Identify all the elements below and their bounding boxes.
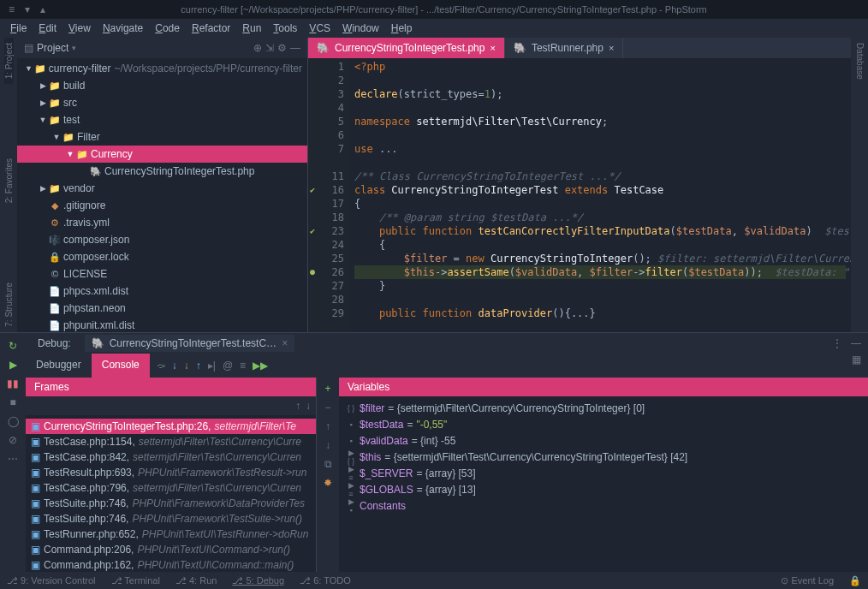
menu-navigate[interactable]: Navigate [98, 21, 148, 36]
mute-breakpoints-icon[interactable]: ⊘ [9, 434, 17, 446]
tool-favorites[interactable]: 2: Favorites [4, 153, 14, 208]
tree-row[interactable]: ◆.gitignore [17, 197, 307, 214]
hide-icon[interactable]: — [290, 42, 300, 54]
menu-window[interactable]: Window [337, 21, 384, 36]
editor-tab[interactable]: 🐘TestRunner.php× [505, 38, 624, 58]
minimize-icon[interactable]: ▾ [25, 3, 30, 15]
tree-row[interactable]: ©LICENSE [17, 265, 307, 283]
close-icon[interactable]: × [609, 43, 614, 53]
tree-row[interactable]: ▼📁Currency [17, 146, 307, 163]
tree-row[interactable]: 🔒composer.lock [17, 248, 307, 265]
close-icon[interactable]: × [282, 337, 288, 349]
editor-tab[interactable]: 🐘CurrencyStringToIntegerTest.php× [308, 38, 505, 58]
debug-run-tab[interactable]: 🐘 CurrencyStringToIntegerTest.testC… × [85, 335, 294, 352]
watch-icon[interactable]: ≡ [240, 360, 246, 372]
resume-icon[interactable]: ▶ [9, 359, 17, 371]
stack-frame[interactable]: ▣TestSuite.php:746, PHPUnit\Framework\Da… [26, 496, 316, 511]
tool-project[interactable]: 1: Project [4, 38, 14, 84]
menu-refactor[interactable]: Refactor [187, 21, 235, 36]
status-item[interactable]: ⎇ 4: Run [175, 575, 217, 586]
lock-icon[interactable]: 🔒 [849, 575, 861, 586]
variable-row[interactable]: ▶ ▪ Constants [346, 497, 861, 514]
step-over-icon[interactable]: ⤼ [157, 360, 165, 372]
close-icon[interactable]: × [490, 43, 495, 53]
copy-watch-icon[interactable]: ⧉ [324, 458, 332, 470]
menu-vcs[interactable]: VCS [304, 21, 336, 36]
event-log[interactable]: ⊙ Event Log [781, 575, 834, 586]
menu-help[interactable]: Help [386, 21, 418, 36]
tree-row[interactable]: ▶📁vendor [17, 180, 307, 197]
prev-frame-icon[interactable]: ↑ [295, 400, 300, 412]
add-watch-icon[interactable]: + [324, 383, 330, 395]
status-item[interactable]: ⎇ 9: Version Control [7, 575, 96, 586]
evaluate-icon[interactable]: @ [223, 360, 233, 372]
view-breakpoints-icon[interactable]: ◯ [8, 415, 19, 427]
tree-row[interactable]: 🐘CurrencyStringToIntegerTest.php [17, 163, 307, 180]
run-to-cursor-icon[interactable]: ▸| [208, 360, 216, 372]
variable-row[interactable]: ▶ ≡ $_SERVER = {array} [53] [346, 465, 861, 481]
stack-frame[interactable]: ▣TestResult.php:693, PHPUnit\Framework\T… [26, 465, 316, 480]
status-item[interactable]: ⎇ 5: Debug [232, 575, 284, 586]
dropdown-icon[interactable]: ▾ [72, 44, 76, 52]
frame-icon: ▣ [31, 497, 40, 509]
tree-row[interactable]: ▶📁build [17, 77, 307, 94]
tree-row[interactable]: 📄phpunit.xml.dist [17, 317, 307, 332]
status-item[interactable]: ⎇ Terminal [111, 575, 160, 586]
debug-more-icon[interactable]: ⋮ [832, 337, 842, 349]
pause-icon[interactable]: ▮▮ [7, 378, 19, 390]
gear-icon[interactable]: ⚙ [277, 42, 287, 54]
layout-icon[interactable]: ▦ [852, 354, 868, 378]
rerun-icon[interactable]: ↻ [9, 340, 17, 352]
down-watch-icon[interactable]: ↓ [325, 439, 330, 451]
stack-frame[interactable]: ▣TestCase.php:796, settermjd\Filter\Test… [26, 480, 316, 496]
next-frame-icon[interactable]: ↓ [306, 400, 311, 412]
tree-row[interactable]: ⚙.travis.yml [17, 214, 307, 231]
variable-row[interactable]: ▶ ≡ $GLOBALS = {array} [13] [346, 481, 861, 497]
variable-row[interactable]: { } $filter = {settermjd\Filter\Currency… [346, 400, 861, 416]
tree-row[interactable]: 🎼composer.json [17, 231, 307, 248]
menu-tools[interactable]: Tools [268, 21, 302, 36]
settings-debug-icon[interactable]: ⋯ [8, 453, 18, 465]
resume2-icon[interactable]: ▶▶ [253, 360, 268, 372]
up-watch-icon[interactable]: ↑ [325, 420, 330, 432]
stack-frame[interactable]: ▣Command.php:162, PHPUnit\TextUI\Command… [26, 557, 316, 572]
stack-frame[interactable]: ▣TestSuite.php:746, PHPUnit\Framework\Te… [26, 511, 316, 527]
remove-watch-icon[interactable]: − [324, 402, 330, 413]
stop-icon[interactable]: ■ [9, 396, 15, 408]
stack-frame[interactable]: ▣TestCase.php:1154, settermjd\Filter\Tes… [26, 434, 316, 449]
tree-row[interactable]: ▼📁currency-filter~/Workspace/projects/PH… [17, 60, 307, 77]
menu-run[interactable]: Run [237, 21, 266, 36]
tool-structure[interactable]: 7: Structure [4, 277, 14, 332]
maximize-icon[interactable]: ▴ [40, 3, 45, 15]
tree-row[interactable]: ▶📁src [17, 94, 307, 111]
tree-row[interactable]: 📄phpstan.neon [17, 300, 307, 317]
step-out-icon[interactable]: ↑ [196, 360, 201, 372]
stack-frame[interactable]: ▣CurrencyStringToIntegerTest.php:26, set… [26, 419, 316, 434]
right-tool-gutter: Database [851, 38, 868, 332]
tool-database[interactable]: Database [855, 38, 865, 85]
stack-frame[interactable]: ▣Command.php:206, PHPUnit\TextUI\Command… [26, 542, 316, 557]
variable-row[interactable]: ▶ { } $this = {settermjd\Filter\Test\Cur… [346, 449, 861, 465]
collapse-icon[interactable]: ⇲ [265, 42, 274, 54]
tree-row[interactable]: 📄phpcs.xml.dist [17, 283, 307, 300]
mark-watch-icon[interactable]: ✸ [324, 477, 332, 489]
target-icon[interactable]: ⊕ [253, 42, 262, 54]
step-into-icon[interactable]: ↓ [172, 360, 177, 372]
menu-edit[interactable]: Edit [33, 21, 62, 36]
stack-frame[interactable]: ▣TestCase.php:842, settermjd\Filter\Test… [26, 449, 316, 465]
debugger-tab[interactable]: Debugger [26, 354, 92, 378]
menu-view[interactable]: View [63, 21, 96, 36]
variable-row[interactable]: ▪ $validData = {int} -55 [346, 432, 861, 449]
tree-row[interactable]: ▼📁Filter [17, 128, 307, 146]
menu-file[interactable]: File [5, 21, 32, 36]
tree-row[interactable]: ▼📁test [17, 111, 307, 128]
force-step-into-icon[interactable]: ↓ [184, 360, 189, 372]
console-tab[interactable]: Console [92, 354, 150, 378]
debug-hide-icon[interactable]: — [851, 337, 861, 349]
stack-frame[interactable]: ▣TestRunner.php:652, PHPUnit\TextUI\Test… [26, 527, 316, 542]
code-content[interactable]: <?phpdeclare(strict_types=1);namespace s… [349, 58, 851, 332]
variable-row[interactable]: ▪ $testData = "-0,55" [346, 416, 861, 432]
menu-code[interactable]: Code [150, 21, 185, 36]
status-item[interactable]: ⎇ 6: TODO [300, 575, 351, 586]
window-menu-icon[interactable]: ≡ [9, 3, 15, 15]
